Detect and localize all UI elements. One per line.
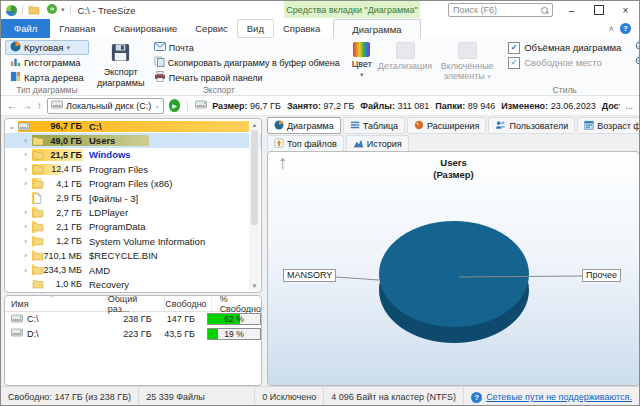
tab-help[interactable]: Справка	[274, 19, 329, 38]
drive-row[interactable]: D:\ 223 ГБ 43,5 ГБ 19 %	[5, 327, 261, 342]
expander-icon[interactable]: ›	[19, 165, 32, 174]
scroll-thumb[interactable]	[251, 130, 258, 225]
tree-row[interactable]: › 49,0 ГБ Users	[5, 133, 262, 147]
window-controls: – ×	[558, 1, 639, 19]
color-button[interactable]: Цвет▾	[349, 40, 375, 85]
chart-title: Users (Размер)	[268, 157, 639, 182]
status-cluster: 4 096 Байт на кластер (NTFS)	[324, 387, 464, 406]
forward-icon[interactable]: →	[22, 100, 32, 111]
result-tab-history[interactable]: История	[346, 135, 409, 152]
back-icon[interactable]: ←	[7, 100, 17, 111]
copy-chart-button[interactable]: Скопировать диаграмму в буфер обмена	[149, 55, 345, 70]
tab-chart[interactable]: Диаграмма	[333, 19, 420, 38]
stat-label: Папки:	[435, 101, 465, 111]
pie-top-face	[379, 221, 529, 327]
result-tab-table[interactable]: Таблица	[343, 117, 405, 134]
scroll-up-icon[interactable]: ▲	[252, 120, 258, 130]
maximize-button[interactable]	[585, 1, 612, 19]
scroll-down-icon[interactable]: ▼	[252, 281, 258, 291]
checkbox-checked-icon: ✓	[508, 57, 520, 69]
expander-icon[interactable]: ›	[19, 266, 32, 275]
qat-open-folder-icon[interactable]	[28, 5, 43, 15]
treemap-type-button[interactable]: Карта дерева	[5, 70, 89, 85]
column-name[interactable]: Имяˆ	[5, 296, 107, 311]
free-percent-label: 62 %	[208, 314, 260, 324]
print-panel-button[interactable]: Печать правой панели	[149, 70, 345, 85]
tree-row[interactable]: › 4,1 ГБ Program Files (x86)	[5, 177, 262, 191]
tree-row[interactable]: › 1,2 ГБ System Volume Information	[5, 234, 262, 248]
drive-free: 43,5 ГБ	[156, 329, 199, 339]
export-chart-button[interactable]: Экспорт диаграммы	[93, 40, 149, 85]
tree-row[interactable]: › 2,7 ГБ LDPlayer	[5, 205, 262, 219]
tree-row[interactable]: › 21,5 ГБ Windows	[5, 148, 262, 162]
pie-type-button[interactable]: Круговая ▾	[5, 40, 89, 55]
expander-icon[interactable]: ›	[19, 222, 32, 231]
item-icon	[32, 279, 47, 289]
help-icon[interactable]: ?	[620, 23, 631, 34]
qat-customize-icon[interactable]: ▾	[61, 6, 65, 14]
zoom-in-button[interactable]: + Увеличить	[630, 40, 639, 55]
up-icon[interactable]: ↑	[37, 100, 42, 111]
bar-type-button[interactable]: Гистограмма	[5, 55, 89, 70]
summary-overflow[interactable]: ...	[625, 101, 633, 111]
item-icon	[32, 150, 47, 160]
tree-row[interactable]: › 12,4 ГБ Program Files	[5, 162, 262, 176]
expander-icon[interactable]: ⌄	[5, 122, 18, 131]
expander-icon[interactable]: ›	[19, 136, 32, 145]
expander-icon[interactable]: ›	[19, 237, 32, 246]
collapse-ribbon-icon[interactable]: ˄	[609, 24, 614, 34]
stat-label: Занято:	[287, 101, 321, 111]
column-free[interactable]: Свободно	[164, 296, 211, 311]
result-tab-users[interactable]: Пользователи	[488, 117, 575, 134]
close-button[interactable]: ×	[612, 1, 639, 19]
slice-label-mansory[interactable]: MANSORY	[283, 269, 336, 282]
search-input[interactable]: Поиск (F6)	[448, 3, 553, 17]
mail-button[interactable]: Почта	[149, 40, 345, 55]
tab-file[interactable]: Файл	[1, 19, 50, 38]
volume-chart-checkbox[interactable]: ✓ Объёмная диаграмма	[503, 40, 626, 55]
expander-icon[interactable]: ›	[19, 251, 32, 260]
expander-icon[interactable]: ›	[19, 179, 32, 188]
save-floppy-icon	[110, 42, 131, 65]
item-icon	[32, 136, 47, 146]
tab-view[interactable]: Вид	[237, 19, 274, 38]
tab-tools[interactable]: Сервис	[186, 19, 237, 38]
stat-value: 23.06.2023	[551, 101, 596, 111]
drive-row[interactable]: C:\ 238 ГБ 147 ГБ 62 %	[5, 312, 261, 327]
scroll-track[interactable]	[249, 130, 260, 281]
drive-selector[interactable]: Локальный диск (C:) ⌄	[47, 98, 164, 114]
tab-scan[interactable]: Сканирование	[105, 19, 187, 38]
tree-row[interactable]: › 2,1 ГБ ProgramData	[5, 220, 262, 234]
tree-row[interactable]: › 710,1 МБ $RECYCLE.BIN	[5, 249, 262, 263]
tree-scrollbar[interactable]: ▲ ▼	[249, 120, 260, 291]
status-bar: Свободно: 147 ГБ (из 238 ГБ) 25 339 Файл…	[1, 386, 639, 406]
result-tab-extensions[interactable]: Расширения	[407, 117, 486, 134]
minimize-button[interactable]: –	[558, 1, 585, 19]
item-icon	[32, 251, 47, 261]
free-percent-label: 19 %	[208, 329, 260, 339]
qat-scan-icon[interactable]	[46, 3, 58, 17]
tree-row[interactable]: ⌄ 96,7 ГБ C:\	[5, 119, 249, 133]
summary-stat: Файлы: 311 081	[360, 101, 429, 111]
tab-home[interactable]: Главная	[50, 19, 104, 38]
table-icon	[350, 120, 360, 132]
drive-name: C:\	[27, 314, 39, 324]
result-tab-top-files[interactable]: Топ файлов	[267, 135, 344, 152]
tree-row[interactable]: › 234,3 МБ AMD	[5, 263, 262, 277]
contextual-tab-band: Средства вкладки "Диаграмма"	[284, 1, 420, 18]
group-export: Экспорт диаграммы Почта Скопировать диаг…	[91, 39, 347, 95]
item-name: [Файлы - 3]	[89, 193, 138, 204]
column-pct-free[interactable]: % Свободно	[211, 296, 261, 311]
network-paths-link[interactable]: Сетевые пути не поддерживаются.	[486, 392, 632, 402]
start-scan-button[interactable]: ▶	[169, 99, 180, 112]
detail-button: Детализация	[375, 40, 435, 85]
expander-icon[interactable]: ›	[19, 150, 32, 159]
tree-row[interactable]: 2,9 ГБ [Файлы - 3]	[5, 191, 262, 205]
slice-label-other[interactable]: Прочее	[582, 269, 621, 282]
result-tab-pie-chart[interactable]: Диаграмма	[267, 117, 341, 134]
column-total-size[interactable]: Общий раз...	[107, 296, 164, 311]
tree-row[interactable]: 1,0 КБ Recovery	[5, 277, 262, 291]
result-tab-file-age[interactable]: Возраст файлов	[577, 117, 640, 134]
zoom-out-button[interactable]: − Уменьшить	[630, 55, 639, 70]
expander-icon[interactable]: ›	[19, 208, 32, 217]
